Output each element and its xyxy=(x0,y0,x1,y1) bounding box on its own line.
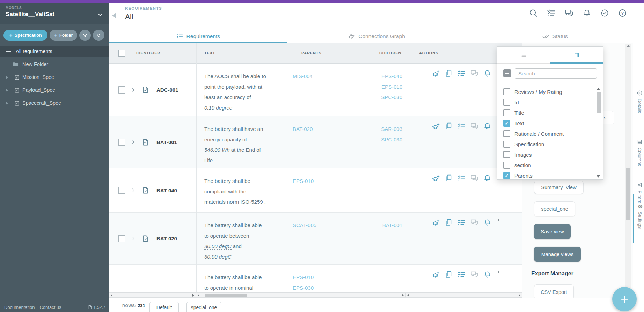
popover-tab-list[interactable] xyxy=(497,47,550,63)
duplicate-icon[interactable] xyxy=(444,270,453,279)
parent-link[interactable]: EPS-030 xyxy=(293,283,363,292)
checkbox-unchecked[interactable] xyxy=(503,130,510,137)
scrollbar-thumb[interactable] xyxy=(205,294,247,297)
sidebar-item-all-requirements[interactable]: All requirements xyxy=(0,46,109,57)
add-folder-button[interactable]: + Folder xyxy=(50,30,77,41)
child-link[interactable]: SAR-003 xyxy=(371,124,402,134)
expand-row-icon[interactable] xyxy=(131,188,136,193)
column-toggle-parents[interactable]: ✓Parents xyxy=(497,170,603,180)
duplicate-icon[interactable] xyxy=(444,122,453,131)
notifications-icon[interactable] xyxy=(483,270,492,279)
expand-row-icon[interactable] xyxy=(131,236,136,241)
scroll-right-icon[interactable] xyxy=(192,294,194,297)
row-checkbox[interactable] xyxy=(118,235,125,242)
comments-icon[interactable] xyxy=(470,69,479,78)
search-icon[interactable] xyxy=(529,8,538,18)
column-toggle-reviews-my-rating[interactable]: Reviews / My Rating xyxy=(497,87,603,97)
layers-plus-icon[interactable] xyxy=(431,69,440,78)
column-header-parents[interactable]: PARENTS xyxy=(301,51,321,55)
csv-export-button[interactable]: CSV Export xyxy=(534,284,574,298)
row-more-kebab-icon[interactable] xyxy=(496,270,501,279)
expand-row-icon[interactable] xyxy=(131,140,136,145)
chevron-down-icon[interactable] xyxy=(97,12,103,18)
scroll-right-icon[interactable] xyxy=(402,294,404,297)
checkbox-unchecked[interactable] xyxy=(503,151,510,158)
child-link[interactable]: SPC-030 xyxy=(371,134,402,145)
manage-views-button[interactable]: Manage views xyxy=(534,247,581,262)
parent-link[interactable]: MIS-004 xyxy=(293,71,363,82)
column-header-text[interactable]: TEXT xyxy=(204,51,215,55)
tab-requirements[interactable]: Requirements xyxy=(109,30,287,43)
column-toggle-specification[interactable]: Specification xyxy=(497,139,603,149)
scroll-up-icon[interactable] xyxy=(627,45,630,47)
checklist-icon[interactable] xyxy=(457,218,466,227)
layers-plus-icon[interactable] xyxy=(431,270,440,279)
rail-tab-columns[interactable]: Columns xyxy=(637,139,643,166)
column-header-children[interactable]: CHILDREN xyxy=(379,51,401,55)
comments-icon[interactable] xyxy=(470,270,479,279)
sidebar-item-spacecraft-spec[interactable]: Spacecraft_Spec xyxy=(0,97,109,109)
layers-plus-icon[interactable] xyxy=(431,122,440,131)
more-kebab-icon[interactable] xyxy=(636,8,641,18)
expander-triangle-icon[interactable] xyxy=(5,75,9,79)
help-icon[interactable]: ? xyxy=(618,8,627,18)
add-requirement-fab[interactable]: + xyxy=(612,287,637,311)
scroll-left-icon[interactable] xyxy=(407,294,409,297)
scroll-down-icon[interactable] xyxy=(597,175,600,178)
collapse-all-button[interactable] xyxy=(93,30,104,41)
column-header-identifier[interactable]: IDENTIFIER xyxy=(136,51,160,55)
parent-link[interactable]: SCAT-005 xyxy=(293,220,363,231)
column-toggle-id[interactable]: Id xyxy=(497,97,603,107)
parent-link[interactable]: EPS-010 xyxy=(293,176,363,186)
expander-triangle-icon[interactable] xyxy=(5,101,9,105)
checkbox-unchecked[interactable] xyxy=(503,99,510,106)
h-scrollbar-identifier[interactable] xyxy=(109,292,196,298)
child-link[interactable]: SPC-030 xyxy=(371,92,402,103)
child-link[interactable]: EPS-010 xyxy=(371,82,402,92)
column-toggle-images[interactable]: Images xyxy=(497,149,603,160)
parent-link[interactable]: BAT-020 xyxy=(293,124,363,134)
approvals-seal-icon[interactable] xyxy=(600,8,609,18)
notifications-icon[interactable] xyxy=(483,69,492,78)
filter-button[interactable] xyxy=(79,30,91,41)
column-toggle-text[interactable]: ✓Text xyxy=(497,118,603,128)
popover-tab-columns[interactable] xyxy=(550,47,603,63)
child-link[interactable]: BAT-001 xyxy=(371,220,402,231)
collapse-sidebar-icon[interactable] xyxy=(112,13,116,18)
view-button-special-one[interactable]: special_one xyxy=(534,201,575,216)
checkbox-unchecked[interactable] xyxy=(503,162,510,169)
row-more-kebab-icon[interactable] xyxy=(496,218,501,227)
indeterminate-checkbox[interactable] xyxy=(503,69,511,77)
tasks-icon[interactable] xyxy=(547,8,556,18)
checkbox-unchecked[interactable] xyxy=(503,109,510,116)
add-specification-button[interactable]: + Specification xyxy=(3,30,47,41)
comments-icon[interactable] xyxy=(470,122,479,131)
duplicate-icon[interactable] xyxy=(444,69,453,78)
checkbox-checked[interactable]: ✓ xyxy=(503,172,510,179)
comments-icon[interactable] xyxy=(470,174,479,183)
save-view-button[interactable]: Save view xyxy=(534,224,571,239)
documentation-link[interactable]: Documentation xyxy=(4,305,35,310)
row-checkbox[interactable] xyxy=(118,187,125,194)
notifications-icon[interactable] xyxy=(483,218,492,227)
column-search-input[interactable] xyxy=(515,68,597,79)
h-scrollbar-actions[interactable] xyxy=(405,292,522,298)
checklist-icon[interactable] xyxy=(457,174,466,183)
panel-scrollbar-thumb[interactable] xyxy=(626,168,630,220)
scroll-up-icon[interactable] xyxy=(597,88,600,90)
sidebar-item-payload-spec[interactable]: Payload_Spec xyxy=(0,84,109,96)
checkbox-unchecked[interactable] xyxy=(503,88,510,95)
expand-row-icon[interactable] xyxy=(131,87,136,92)
notifications-icon[interactable] xyxy=(483,174,492,183)
view-button-summary-view[interactable]: Summary_View xyxy=(534,181,584,194)
notifications-icon[interactable] xyxy=(582,8,592,18)
column-toggle-section[interactable]: section xyxy=(497,160,603,170)
select-all-checkbox[interactable] xyxy=(118,50,125,57)
checkbox-unchecked[interactable] xyxy=(503,141,510,148)
duplicate-icon[interactable] xyxy=(444,218,453,227)
comments-icon[interactable] xyxy=(470,218,479,227)
expander-triangle-icon[interactable] xyxy=(5,88,9,92)
scroll-left-icon[interactable] xyxy=(111,294,112,297)
layers-plus-icon[interactable] xyxy=(431,218,440,227)
model-selector[interactable]: MODELS Satellite__ValiSat xyxy=(0,3,109,24)
